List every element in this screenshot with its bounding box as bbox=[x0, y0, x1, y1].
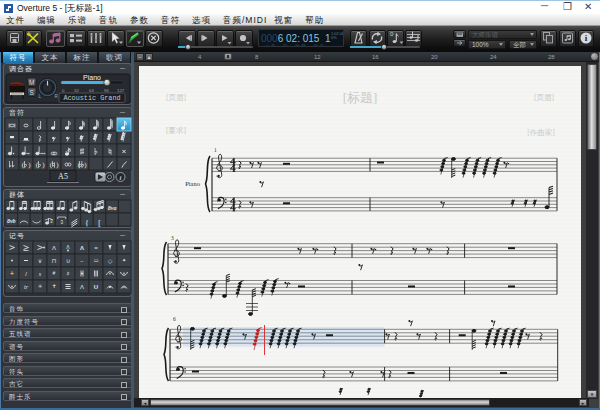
svg-text:96: 96 bbox=[104, 88, 109, 93]
svg-text:Λ: Λ bbox=[80, 284, 84, 290]
svg-text:127: 127 bbox=[117, 88, 125, 93]
svg-text:A5: A5 bbox=[58, 172, 68, 181]
svg-text:Piano: Piano bbox=[83, 74, 101, 81]
svg-text:⌣: ⌣ bbox=[80, 258, 84, 264]
svg-text:S: S bbox=[30, 89, 35, 96]
svg-text:8vb: 8vb bbox=[7, 218, 16, 224]
svg-text:0: 0 bbox=[390, 31, 394, 37]
svg-text:1: 1 bbox=[214, 147, 217, 153]
svg-text:{: { bbox=[85, 218, 89, 228]
svg-text:Λ: Λ bbox=[80, 245, 84, 251]
svg-text:Piano: Piano bbox=[185, 180, 200, 187]
svg-text:◇: ◇ bbox=[108, 258, 113, 264]
svg-text:U: U bbox=[94, 284, 98, 290]
svg-text:i: i bbox=[120, 174, 122, 181]
svg-text:+: + bbox=[10, 270, 14, 277]
svg-text:∪: ∪ bbox=[66, 258, 70, 264]
svg-text:3: 3 bbox=[171, 235, 174, 241]
svg-text:▭: ▭ bbox=[94, 257, 99, 263]
svg-text:[作曲家]: [作曲家] bbox=[527, 128, 555, 137]
svg-text:Λ: Λ bbox=[52, 245, 56, 251]
svg-text:=: = bbox=[94, 245, 98, 251]
svg-text:✝: ✝ bbox=[52, 283, 56, 289]
svg-text:✦: ✦ bbox=[122, 257, 126, 263]
svg-text:⊓: ⊓ bbox=[52, 258, 57, 264]
svg-text:[要求]: [要求] bbox=[166, 126, 186, 135]
svg-text:[标题]: [标题] bbox=[343, 90, 378, 105]
svg-text:[: [ bbox=[98, 218, 101, 228]
svg-text:[页眉]: [页眉] bbox=[534, 93, 554, 102]
svg-text:64: 64 bbox=[89, 88, 94, 93]
svg-text:6: 6 bbox=[173, 316, 176, 322]
svg-text:M: M bbox=[29, 79, 34, 86]
svg-text:✳: ✳ bbox=[38, 283, 42, 289]
svg-text:8va: 8va bbox=[108, 205, 117, 211]
svg-text:Acoustic Grand: Acoustic Grand bbox=[63, 94, 120, 102]
svg-text:[页眉]: [页眉] bbox=[166, 93, 186, 102]
svg-text:∨: ∨ bbox=[38, 258, 42, 264]
svg-text:32: 32 bbox=[74, 88, 79, 93]
svg-text:tr: tr bbox=[24, 284, 29, 290]
svg-text:#: # bbox=[53, 270, 56, 276]
